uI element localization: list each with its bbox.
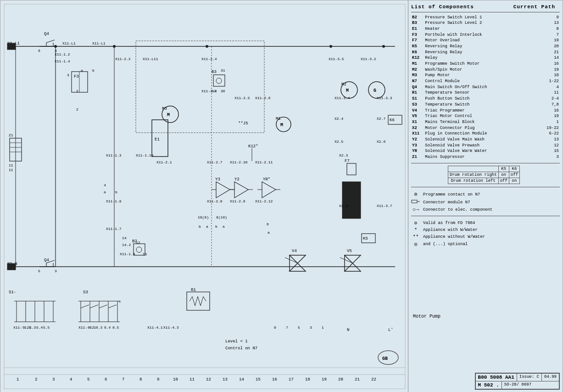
svg-text:6.2: 6.2 — [88, 325, 95, 330]
component-row: S3 Temperature Switch 7,8 — [411, 102, 560, 108]
svg-text:V5: V5 — [347, 249, 352, 253]
svg-text:11: 11 — [190, 377, 195, 382]
svg-text:9: 9 — [274, 325, 276, 330]
svg-text:Control on N7: Control on N7 — [225, 346, 257, 351]
drum-row: Drum rotation rightonoff — [448, 172, 520, 178]
svg-point-178 — [329, 45, 332, 48]
svg-text:X11-2.7: X11-2.7 — [207, 160, 223, 164]
svg-text:19: 19 — [322, 377, 327, 382]
svg-text:GB: GB — [382, 356, 388, 361]
svg-text:S3: S3 — [83, 290, 88, 295]
diagram-area: X1-L1 X1-N Q4 6 4 Q4 5 — [0, 0, 409, 392]
svg-text:5: 5 — [38, 269, 40, 273]
svg-text:K6: K6 — [390, 118, 395, 123]
component-row: N7 Control Module 1-22 — [411, 79, 560, 85]
svg-text:7: 7 — [122, 377, 124, 382]
svg-text:2: 2 — [76, 89, 78, 93]
component-row: X1 Mains Terminal Block 1 — [411, 119, 560, 125]
svg-text:F7: F7 — [345, 159, 350, 163]
svg-text:6: 6 — [267, 222, 269, 226]
svg-text:b: b — [215, 224, 217, 229]
svg-text:X11-3.4: X11-3.4 — [334, 96, 350, 100]
svg-text:X2.4: X2.4 — [334, 117, 343, 121]
svg-text:5.3: 5.3 — [29, 325, 36, 330]
svg-text:X11-1.9: X11-1.9 — [120, 252, 135, 256]
svg-text:b: b — [92, 68, 95, 73]
svg-text:X11-1.7: X11-1.7 — [106, 227, 122, 231]
svg-text:2: 2 — [76, 107, 78, 112]
svg-text:Q4: Q4 — [44, 258, 49, 263]
svg-text:b: b — [115, 190, 117, 194]
svg-text:X11-3.2: X11-3.2 — [361, 57, 376, 61]
svg-text:X11-2.6: X11-2.6 — [255, 96, 271, 100]
svg-text:M: M — [280, 123, 283, 128]
svg-rect-9 — [7, 263, 16, 270]
svg-rect-58 — [342, 182, 361, 218]
svg-text:X11-4.1: X11-4.1 — [147, 325, 163, 330]
svg-text:14.2: 14.2 — [122, 243, 131, 247]
svg-text:5: 5 — [298, 325, 300, 330]
svg-text:M1: M1 — [276, 117, 281, 121]
svg-text:X2.6: X2.6 — [377, 140, 385, 144]
info-panel: List of Components Current Path B2 Press… — [408, 0, 563, 392]
svg-text:4: 4 — [104, 183, 106, 187]
component-row: Q4 Main Switch On/Off Switch 4 — [411, 84, 560, 90]
svg-text:X11-2.8: X11-2.8 — [207, 199, 223, 203]
svg-text:9: 9 — [157, 377, 159, 382]
svg-text:X11-2.5: X11-2.5 — [234, 96, 250, 100]
component-row: S1 Push Button Switch 2-4 — [411, 96, 560, 102]
svg-text:1: 1 — [17, 377, 19, 382]
component-row: B2 Pressure Switch Level 1 9 — [411, 15, 560, 21]
svg-text:II: II — [9, 163, 13, 168]
svg-text:L': L' — [388, 328, 393, 332]
component-row: M2 Wash/Spin Motor 19 — [411, 67, 560, 73]
svg-text:3: 3 — [52, 377, 55, 382]
svg-text:X11-3.7: X11-3.7 — [377, 204, 392, 208]
svg-text:11: 11 — [143, 252, 147, 256]
footer-box: B00 5008 AA1 Issue: C 04.99 M 502 . SO-2… — [475, 373, 560, 390]
svg-text:8.5: 8.5 — [112, 325, 119, 330]
svg-text:X11-L11: X11-L11 — [143, 57, 158, 61]
svg-text:S1-: S1- — [9, 290, 16, 295]
svg-text:M: M — [346, 88, 349, 93]
schematic-svg: X1-L1 X1-N Q4 6 4 Q4 5 — [0, 0, 409, 392]
svg-text:8(10): 8(10) — [216, 215, 227, 219]
svg-text:X11-1.4: X11-1.4 — [55, 59, 70, 63]
component-table: B2 Pressure Switch Level 1 9 B3 Pressure… — [411, 15, 560, 160]
svg-text:6: 6 — [105, 377, 107, 382]
legend-section: ⊙ Programme contact on N7 Connector modu… — [411, 191, 560, 213]
svg-text:Q4: Q4 — [44, 32, 49, 36]
svg-text:12: 12 — [136, 241, 140, 245]
svg-text:3: 3 — [310, 325, 312, 330]
svg-text:YR*: YR* — [263, 177, 270, 182]
svg-text:E1: E1 — [155, 137, 160, 142]
component-row: X2 Motor Connector Plug 19-22 — [411, 125, 560, 131]
svg-text:N: N — [347, 328, 349, 332]
svg-text:12: 12 — [206, 377, 211, 382]
svg-text:13: 13 — [223, 377, 228, 382]
svg-text:X2.7: X2.7 — [377, 117, 385, 121]
svg-text:a: a — [206, 224, 208, 229]
svg-text:Y2: Y2 — [234, 177, 240, 182]
svg-text:X11-2.9: X11-2.9 — [230, 199, 245, 203]
svg-text:6.4: 6.4 — [104, 325, 111, 330]
svg-rect-8 — [7, 43, 16, 50]
svg-text:R1: R1 — [191, 288, 196, 292]
component-row: M3 Pump Motor 10 — [411, 73, 560, 79]
svg-text:X11-2.10: X11-2.10 — [230, 160, 248, 164]
svg-text:X2.5: X2.5 — [334, 140, 343, 144]
svg-text:5.5: 5.5 — [43, 325, 50, 330]
svg-text:20: 20 — [338, 377, 343, 382]
svg-text:Level < 1: Level < 1 — [225, 339, 248, 344]
component-row: R1 Temperature Sensor 11 — [411, 90, 560, 96]
svg-point-175 — [54, 45, 57, 48]
component-row: M1 Programme Switch Motor 16 — [411, 62, 560, 67]
svg-text:b: b — [199, 224, 201, 229]
svg-text:18: 18 — [305, 377, 310, 382]
svg-text:6.3: 6.3 — [96, 325, 103, 330]
svg-text:X11-3.5: X11-3.5 — [329, 57, 344, 61]
svg-text:31: 31 — [221, 68, 225, 73]
svg-text:V4: V4 — [292, 249, 297, 253]
svg-text:X11-4.3: X11-4.3 — [163, 325, 179, 330]
legend-programme-contact: ⊙ Programme contact on N7 — [411, 191, 560, 198]
